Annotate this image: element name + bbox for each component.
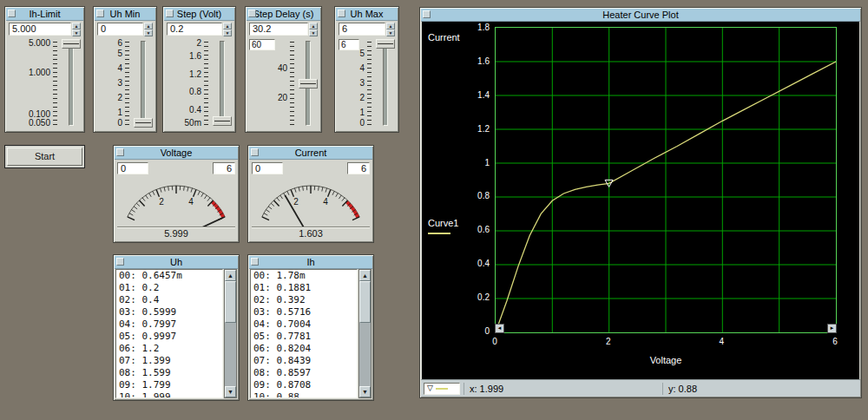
svg-text:4: 4 [323, 197, 328, 207]
window-handle-icon[interactable] [423, 10, 431, 18]
list-item[interactable]: 08: 0.8597 [251, 367, 357, 379]
range-max-field[interactable]: 6 [347, 162, 370, 174]
list-item[interactable]: 06: 1.2 [116, 343, 222, 355]
spin-down-icon[interactable]: ▼ [144, 30, 153, 36]
scrollbar-thumb[interactable] [359, 281, 371, 323]
titlebar[interactable]: Step Delay (s) [247, 8, 320, 21]
list-item[interactable]: 09: 1.799 [116, 379, 222, 391]
window-handle-icon[interactable] [166, 10, 174, 17]
list-item[interactable]: 04: 0.7004 [251, 318, 357, 331]
value-field-ih-limit[interactable]: 5.000 [9, 23, 71, 36]
list-item[interactable]: 02: 0.4 [116, 294, 222, 306]
window-handle-icon[interactable] [251, 148, 259, 156]
slider-track[interactable] [383, 41, 388, 126]
value-field-uh-min[interactable]: 0 [97, 23, 143, 36]
slider-thumb-step-delay[interactable] [299, 79, 318, 89]
panel-title: Voltage [161, 148, 193, 158]
scale-label: 5 [338, 49, 365, 58]
list-item[interactable]: 06: 0.8204 [251, 343, 357, 355]
titlebar[interactable]: Uh Min [95, 8, 155, 21]
list-item[interactable]: 04: 0.7997 [116, 318, 222, 331]
spin-up-icon[interactable]: ▲ [72, 23, 81, 30]
window-handle-icon[interactable] [251, 258, 259, 266]
list-item[interactable]: 03: 0.5999 [116, 306, 222, 318]
scrollbar-up-icon[interactable]: ▲ [225, 270, 236, 281]
spin-up-icon[interactable]: ▲ [144, 23, 153, 30]
marker-select[interactable]: ▽ [424, 383, 460, 395]
scale-max-field[interactable]: 60 [249, 39, 275, 50]
titlebar[interactable]: Step (Volt) [164, 8, 234, 21]
titlebar[interactable]: Ih-Limit [6, 8, 83, 21]
slider-thumb-ih-limit[interactable] [62, 39, 81, 49]
scrollbar-trough[interactable] [225, 281, 236, 386]
list-item[interactable]: 05: 0.7781 [251, 331, 357, 343]
spin-up-icon[interactable]: ▲ [386, 23, 395, 30]
slider-track[interactable] [141, 41, 146, 126]
titlebar[interactable]: Voltage [115, 147, 238, 160]
panel-title: Uh Max [351, 9, 384, 19]
list-item[interactable]: 10: 1.999 [116, 391, 222, 398]
list-item[interactable]: 07: 1.399 [116, 355, 222, 367]
titlebar[interactable]: Uh Max [336, 8, 398, 21]
slider-track[interactable] [220, 41, 225, 126]
list-item[interactable]: 09: 0.8708 [251, 379, 357, 391]
list-rows-uh[interactable]: 00: 0.6457m01: 0.202: 0.403: 0.599904: 0… [115, 269, 223, 398]
scrollbar-trough[interactable] [359, 281, 371, 386]
scale-label: 1.6 [166, 52, 201, 61]
list-item[interactable]: 02: 0.392 [251, 294, 357, 306]
slider-track[interactable] [69, 41, 74, 126]
range-min-field[interactable]: 0 [252, 162, 283, 174]
spin-down-icon[interactable]: ▼ [386, 30, 395, 36]
spin-down-icon[interactable]: ▼ [309, 30, 318, 36]
scrollbar-down-icon[interactable]: ▼ [359, 386, 371, 397]
scale-label: 0 [338, 119, 365, 128]
pan-left-icon[interactable]: ◄ [495, 324, 504, 333]
spin-down-icon[interactable]: ▼ [223, 30, 232, 36]
list-rows-ih[interactable]: 00: 1.78m01: 0.188102: 0.39203: 0.571604… [250, 269, 358, 398]
value-field-uh-max[interactable]: 6 [339, 23, 385, 36]
value-spinner: ▲ ▼ [72, 23, 81, 36]
plot-panel: Heater Curve Plot Current Curve1 1.81.61… [419, 7, 862, 398]
list-item[interactable]: 03: 0.5716 [251, 306, 357, 318]
list-item[interactable]: 10: 0.88 [251, 391, 357, 398]
titlebar[interactable]: Heater Curve Plot [421, 9, 860, 22]
list-item[interactable]: 08: 1.599 [116, 367, 222, 379]
value-field-step-delay[interactable]: 30.2 [249, 23, 308, 36]
window-handle-icon[interactable] [116, 258, 124, 266]
window-handle-icon[interactable] [248, 10, 256, 17]
slider-thumb-uh-max[interactable] [376, 39, 395, 49]
list-item[interactable]: 07: 0.8439 [251, 355, 357, 367]
window-handle-icon[interactable] [96, 10, 104, 17]
tick-label: 1.2 [422, 125, 490, 134]
list-item[interactable]: 01: 0.1881 [251, 282, 357, 294]
tick-label: 1.6 [422, 57, 490, 66]
spin-up-icon[interactable]: ▲ [309, 23, 318, 30]
range-max-field[interactable]: 6 [213, 162, 235, 174]
spin-down-icon[interactable]: ▼ [72, 30, 81, 36]
list-item[interactable]: 05: 0.9997 [116, 331, 222, 343]
window-handle-icon[interactable] [338, 10, 345, 17]
slider-thumb-uh-min[interactable] [134, 118, 153, 128]
range-min-field[interactable]: 0 [117, 162, 148, 174]
window-handle-icon[interactable] [116, 148, 124, 156]
titlebar[interactable]: Uh [115, 256, 238, 269]
scrollbar-down-icon[interactable]: ▼ [225, 386, 236, 397]
titlebar[interactable]: Current [249, 147, 372, 160]
slider-panel-uh-min: Uh Min 0 ▲ ▼ 6 5 4 3 2 1 0 [93, 6, 157, 133]
scrollbar[interactable]: ▲ ▼ [224, 269, 237, 398]
plot-canvas[interactable] [496, 28, 836, 332]
slider-thumb-step-volt[interactable] [213, 116, 232, 126]
start-button[interactable]: Start [7, 148, 82, 166]
titlebar[interactable]: Ih [249, 256, 372, 269]
pan-right-icon[interactable]: ► [827, 324, 837, 333]
scrollbar-thumb[interactable] [225, 281, 236, 323]
graticule[interactable]: ◄ ► [495, 27, 837, 333]
scrollbar-up-icon[interactable]: ▲ [359, 270, 371, 281]
value-field-step-volt[interactable]: 0.2 [167, 23, 222, 36]
spin-up-icon[interactable]: ▲ [223, 23, 232, 30]
list-item[interactable]: 01: 0.2 [116, 282, 222, 294]
window-handle-icon[interactable] [8, 10, 16, 17]
list-item[interactable]: 00: 1.78m [251, 270, 357, 282]
list-item[interactable]: 00: 0.6457m [116, 270, 222, 282]
scrollbar[interactable]: ▲ ▼ [358, 269, 372, 398]
